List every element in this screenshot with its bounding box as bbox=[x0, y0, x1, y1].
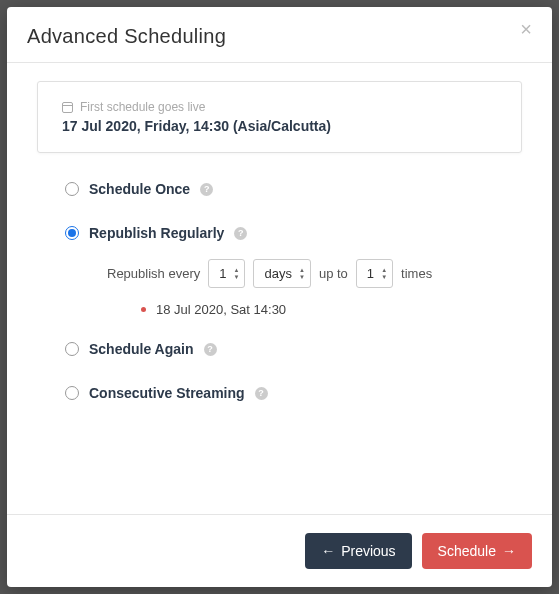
interval-unit-select[interactable]: days ▲▼ bbox=[253, 259, 310, 288]
first-schedule-label-row: First schedule goes live bbox=[62, 100, 497, 114]
modal-header: Advanced Scheduling × bbox=[7, 7, 552, 63]
arrow-right-icon: → bbox=[502, 544, 516, 558]
radio-republish[interactable] bbox=[65, 226, 79, 240]
arrow-left-icon: ← bbox=[321, 544, 335, 558]
schedule-button-label: Schedule bbox=[438, 543, 496, 559]
option-label-consecutive[interactable]: Consecutive Streaming bbox=[89, 385, 245, 401]
republish-suffix: times bbox=[401, 266, 432, 281]
generated-schedule-list: 18 Jul 2020, Sat 14:30 bbox=[141, 302, 522, 317]
bullet-icon bbox=[141, 307, 146, 312]
option-label-again[interactable]: Schedule Again bbox=[89, 341, 194, 357]
first-schedule-card: First schedule goes live 17 Jul 2020, Fr… bbox=[37, 81, 522, 153]
previous-button-label: Previous bbox=[341, 543, 395, 559]
stepper-arrows-icon: ▲▼ bbox=[234, 260, 240, 287]
modal-body: First schedule goes live 17 Jul 2020, Fr… bbox=[7, 63, 552, 514]
republish-prefix: Republish every bbox=[107, 266, 200, 281]
interval-value-select[interactable]: 1 ▲▼ bbox=[208, 259, 245, 288]
help-icon[interactable]: ? bbox=[204, 343, 217, 356]
calendar-icon bbox=[62, 102, 73, 113]
modal-footer: ← Previous Schedule → bbox=[7, 514, 552, 587]
stepper-arrows-icon: ▲▼ bbox=[299, 260, 305, 287]
help-icon[interactable]: ? bbox=[200, 183, 213, 196]
help-icon[interactable]: ? bbox=[255, 387, 268, 400]
option-label-once[interactable]: Schedule Once bbox=[89, 181, 190, 197]
schedule-entry: 18 Jul 2020, Sat 14:30 bbox=[156, 302, 286, 317]
radio-consecutive[interactable] bbox=[65, 386, 79, 400]
option-schedule-again[interactable]: Schedule Again ? bbox=[65, 341, 522, 357]
republish-settings: Republish every 1 ▲▼ days ▲▼ up to 1 ▲▼ … bbox=[107, 259, 522, 317]
stepper-arrows-icon: ▲▼ bbox=[381, 260, 387, 287]
radio-schedule-again[interactable] bbox=[65, 342, 79, 356]
list-item: 18 Jul 2020, Sat 14:30 bbox=[141, 302, 522, 317]
count-value-select[interactable]: 1 ▲▼ bbox=[356, 259, 393, 288]
first-schedule-label: First schedule goes live bbox=[80, 100, 205, 114]
schedule-button[interactable]: Schedule → bbox=[422, 533, 532, 569]
first-schedule-value: 17 Jul 2020, Friday, 14:30 (Asia/Calcutt… bbox=[62, 118, 497, 134]
help-icon[interactable]: ? bbox=[234, 227, 247, 240]
radio-schedule-once[interactable] bbox=[65, 182, 79, 196]
modal-title: Advanced Scheduling bbox=[27, 25, 226, 48]
option-label-republish[interactable]: Republish Regularly bbox=[89, 225, 224, 241]
option-schedule-once[interactable]: Schedule Once ? bbox=[65, 181, 522, 197]
close-icon[interactable]: × bbox=[520, 19, 532, 39]
advanced-scheduling-modal: Advanced Scheduling × First schedule goe… bbox=[7, 7, 552, 587]
option-consecutive-streaming[interactable]: Consecutive Streaming ? bbox=[65, 385, 522, 401]
republish-row: Republish every 1 ▲▼ days ▲▼ up to 1 ▲▼ … bbox=[107, 259, 522, 288]
previous-button[interactable]: ← Previous bbox=[305, 533, 411, 569]
option-republish-regularly[interactable]: Republish Regularly ? bbox=[65, 225, 522, 241]
republish-mid: up to bbox=[319, 266, 348, 281]
